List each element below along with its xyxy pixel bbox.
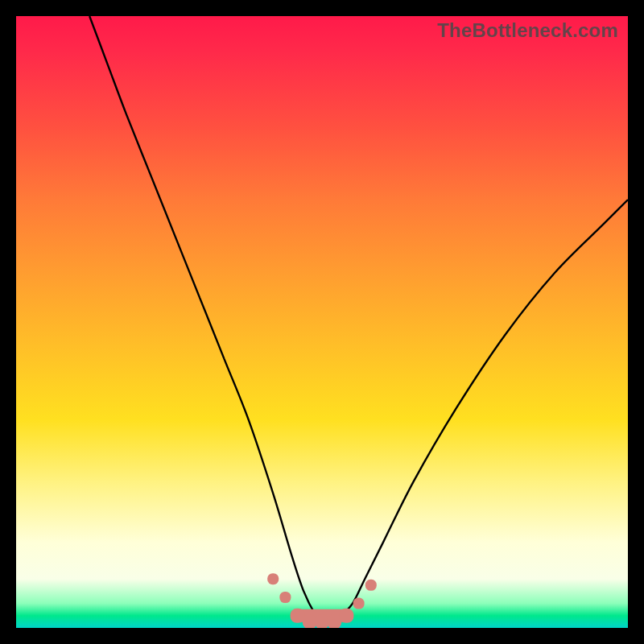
highlight-marker	[353, 598, 365, 609]
highlight-marker	[279, 592, 291, 603]
highlight-marker	[267, 573, 279, 584]
bottleneck-curve-path	[89, 16, 628, 622]
highlight-marker	[365, 580, 377, 591]
bottleneck-curve-svg	[16, 16, 628, 628]
highlight-marker	[339, 609, 353, 623]
chart-frame: TheBottleneck.com	[16, 16, 628, 628]
highlight-marker-group	[267, 573, 377, 628]
